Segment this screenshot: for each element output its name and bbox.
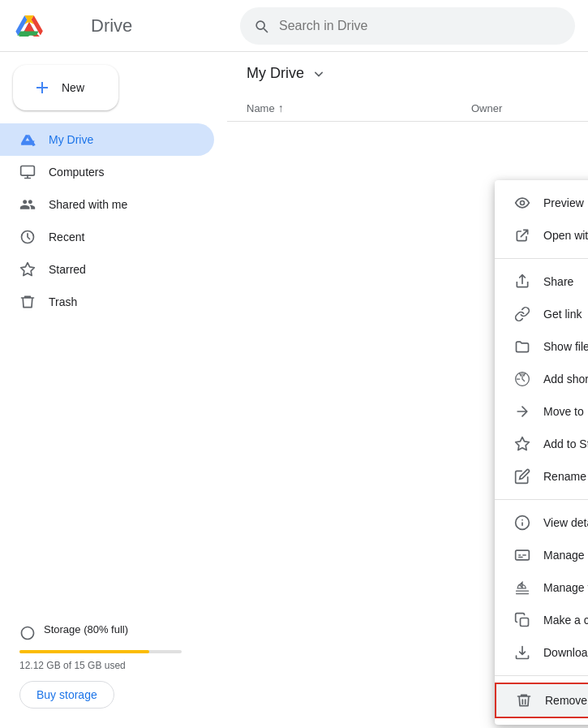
main-header: My Drive: [227, 52, 588, 95]
menu-item-rename-label: Rename: [543, 470, 586, 483]
search-bar[interactable]: [240, 7, 575, 45]
logo-area: Drive: [13, 10, 240, 42]
menu-item-manage-caption[interactable]: Manage caption tracks: [495, 539, 588, 571]
menu-item-move-to[interactable]: Move to: [495, 395, 588, 428]
menu-item-remove-label: Remove: [545, 694, 587, 707]
trash-icon: [19, 294, 36, 310]
info-icon: [514, 515, 530, 531]
folder-icon: [514, 338, 530, 355]
storage-icon: [19, 625, 36, 641]
new-button-label: New: [62, 81, 84, 94]
sidebar-item-trash[interactable]: Trash: [0, 286, 214, 318]
menu-item-open-with[interactable]: Open with: [495, 219, 588, 252]
menu-item-download[interactable]: Download: [495, 636, 588, 669]
storage-used: 12.12 GB of 15 GB used: [19, 660, 208, 671]
menu-item-preview[interactable]: Preview: [495, 187, 588, 219]
menu-item-download-label: Download: [543, 646, 588, 659]
layout: New My Drive Compute: [0, 52, 588, 728]
link-icon: [514, 306, 530, 322]
menu-item-manage-versions-label: Manage versions: [543, 581, 588, 594]
versions-icon: [514, 579, 530, 596]
svg-point-7: [521, 201, 525, 205]
my-drive-icon: [19, 131, 36, 148]
share-icon: [514, 274, 530, 290]
menu-item-show-file-location-label: Show file location: [543, 340, 588, 353]
menu-item-move-to-label: Move to: [543, 405, 584, 418]
sidebar-item-recent-label: Recent: [49, 230, 84, 243]
storage-bar-fill: [19, 650, 149, 653]
plus-icon: [32, 78, 52, 97]
search-input[interactable]: [279, 19, 562, 33]
menu-item-view-details[interactable]: View details: [495, 506, 588, 539]
buy-storage-button[interactable]: Buy storage: [19, 681, 114, 709]
menu-item-make-copy-label: Make a copy: [543, 614, 588, 627]
menu-item-share[interactable]: Share: [495, 265, 588, 298]
caption-icon: [514, 547, 530, 563]
sidebar-item-starred[interactable]: Starred: [0, 253, 214, 286]
sidebar-item-trash-label: Trash: [49, 295, 77, 308]
open-with-icon: [514, 227, 530, 243]
menu-item-add-shortcut-label: Add shortcut to Drive: [543, 373, 588, 386]
menu-item-add-starred-label: Add to Starred: [543, 437, 588, 450]
sidebar-item-my-drive-label: My Drive: [49, 133, 93, 146]
col-name: Name ↑: [247, 101, 471, 114]
download-icon: [514, 644, 530, 661]
svg-rect-12: [521, 618, 529, 627]
sidebar-item-shared[interactable]: Shared with me: [0, 188, 214, 221]
recent-icon: [19, 229, 36, 245]
sidebar-item-computers-label: Computers: [49, 166, 104, 179]
menu-item-manage-caption-label: Manage caption tracks: [543, 549, 588, 562]
menu-item-manage-versions[interactable]: Manage versions: [495, 571, 588, 604]
menu-item-preview-label: Preview: [543, 196, 584, 209]
menu-item-get-link[interactable]: Get link: [495, 298, 588, 330]
copy-icon: [514, 612, 530, 628]
move-icon: [514, 403, 530, 420]
new-button[interactable]: New: [13, 65, 118, 110]
col-owner: Owner: [471, 102, 569, 114]
menu-item-add-shortcut[interactable]: Add shortcut to Drive: [495, 363, 588, 395]
starred-icon: [19, 261, 36, 278]
sidebar-item-recent[interactable]: Recent: [0, 221, 214, 253]
sidebar: New My Drive Compute: [0, 52, 227, 728]
context-menu: Preview Open with: [495, 180, 588, 725]
sort-arrow: ↑: [278, 101, 284, 114]
svg-rect-5: [21, 166, 35, 176]
menu-divider-2: [495, 499, 588, 500]
drive-logo-icon: [13, 10, 45, 42]
remove-icon: [516, 692, 532, 709]
sidebar-item-shared-label: Shared with me: [49, 198, 127, 211]
header: Drive: [0, 0, 588, 52]
menu-divider-1: [495, 258, 588, 259]
col-owner-label: Owner: [471, 102, 502, 114]
sidebar-item-computers[interactable]: Computers: [0, 156, 214, 188]
computers-icon: [19, 164, 36, 180]
drive-title: My Drive: [247, 65, 304, 82]
shortcut-icon: [514, 371, 530, 387]
menu-item-open-with-label: Open with: [543, 229, 588, 242]
star-icon: [514, 436, 530, 452]
rename-icon: [514, 468, 530, 485]
menu-divider-3: [495, 675, 588, 676]
preview-icon: [514, 195, 530, 211]
main-content: My Drive Name ↑ Owner: [227, 52, 588, 728]
menu-item-view-details-label: View details: [543, 516, 588, 529]
menu-item-show-file-location[interactable]: Show file location: [495, 330, 588, 363]
search-icon: [253, 18, 269, 34]
sidebar-item-my-drive[interactable]: My Drive: [0, 123, 214, 156]
menu-item-add-starred[interactable]: Add to Starred: [495, 428, 588, 460]
shared-icon: [19, 196, 36, 213]
menu-item-rename[interactable]: Rename: [495, 460, 588, 493]
logo-text: Drive: [91, 15, 132, 37]
storage-section: Storage (80% full) 12.12 GB of 15 GB use…: [0, 610, 227, 722]
menu-item-share-label: Share: [543, 275, 573, 288]
menu-item-make-copy[interactable]: Make a copy: [495, 604, 588, 636]
storage-label: Storage (80% full): [44, 623, 128, 635]
column-headers: Name ↑ Owner: [227, 95, 588, 122]
drive-title-dropdown-icon[interactable]: [311, 66, 327, 82]
storage-bar-bg: [19, 650, 182, 653]
menu-item-remove[interactable]: Remove: [495, 683, 588, 718]
col-name-label: Name: [247, 102, 275, 114]
menu-item-get-link-label: Get link: [543, 308, 582, 321]
sidebar-item-starred-label: Starred: [49, 263, 86, 276]
